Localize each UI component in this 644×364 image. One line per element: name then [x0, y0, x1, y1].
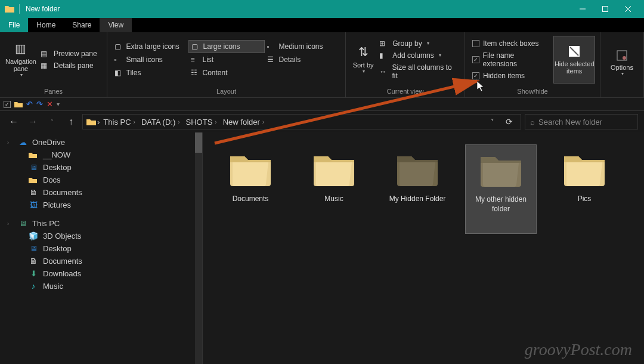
- refresh-button[interactable]: ⟳: [501, 117, 517, 127]
- thispc-icon: 🖥: [18, 219, 27, 228]
- desktop-icon: 🖥: [29, 244, 38, 253]
- layout-small-icons[interactable]: ▫Small icons: [112, 53, 188, 66]
- chevron-right-icon[interactable]: ›: [97, 118, 100, 127]
- chevron-down-icon: ▾: [621, 71, 624, 76]
- navigation-pane-button[interactable]: ▥ Navigation pane ▾: [5, 36, 37, 84]
- details-pane-button[interactable]: ▦Details pane: [37, 60, 103, 71]
- options-button[interactable]: Options ▾: [605, 39, 639, 87]
- up-button[interactable]: ↑: [63, 116, 79, 127]
- tree-pictures[interactable]: 🖼Pictures: [0, 199, 202, 211]
- scrollbar-thumb[interactable]: [195, 132, 202, 153]
- tree-now[interactable]: __NOW: [0, 149, 202, 161]
- tree-onedrive[interactable]: ›☁OneDrive: [0, 136, 202, 149]
- checkbox-icon: [472, 40, 479, 47]
- folder-icon: [86, 118, 96, 126]
- chevron-down-icon[interactable]: ▾: [57, 101, 60, 107]
- details-pane-icon: ▦: [41, 61, 50, 70]
- file-name-extensions-toggle[interactable]: File name extensions: [470, 51, 550, 69]
- ribbon-group-layout: ▢Extra large icons ▢Large icons ▫Medium …: [107, 32, 346, 97]
- svg-point-3: [623, 56, 626, 60]
- redo-icon[interactable]: ↷: [36, 100, 43, 109]
- layout-list[interactable]: ≡List: [188, 53, 265, 66]
- layout-tiles[interactable]: ◧Tiles: [112, 66, 188, 79]
- folder-label: Music: [324, 195, 343, 204]
- hidden-items-toggle[interactable]: Hidden items: [470, 71, 550, 81]
- tree-music[interactable]: ♪Music: [0, 280, 202, 292]
- item-check-boxes-toggle[interactable]: Item check boxes: [470, 39, 550, 48]
- addcols-icon: ▮: [379, 51, 389, 60]
- tree-documents[interactable]: 🗎Documents: [0, 186, 202, 199]
- layout-medium-icons[interactable]: ▫Medium icons: [265, 40, 341, 53]
- sizeall-icon: ↔: [379, 67, 388, 76]
- tree-downloads[interactable]: ⬇Downloads: [0, 267, 202, 280]
- maximize-button[interactable]: [594, 0, 617, 18]
- folder-icon[interactable]: [14, 101, 23, 108]
- folder-tile[interactable]: Music: [298, 144, 370, 234]
- folder-tile[interactable]: My Hidden Folder: [382, 144, 453, 234]
- layout-content[interactable]: ☷Content: [188, 66, 265, 79]
- forward-button[interactable]: →: [25, 116, 41, 127]
- tree-docs[interactable]: Docs: [0, 174, 202, 186]
- breadcrumb-new-folder[interactable]: New folder›: [221, 118, 267, 127]
- groupby-icon: ⊞: [379, 39, 389, 48]
- layout-large-icons[interactable]: ▢Large icons: [188, 40, 265, 53]
- undo-icon[interactable]: ↶: [26, 100, 33, 109]
- navigation-bar: ← → ˅ ↑ › This PC› DATA (D:)› SHOTS› New…: [0, 111, 644, 132]
- sort-by-button[interactable]: ⇅ Sort by ▾: [351, 36, 376, 84]
- add-columns-button[interactable]: ▮Add columns▾: [376, 50, 460, 61]
- folder-tile[interactable]: My other hidden folder: [465, 144, 537, 234]
- music-icon: ♪: [29, 282, 38, 291]
- navigation-tree[interactable]: ›☁OneDrive __NOW 🖥Desktop Docs 🗎Document…: [0, 132, 203, 364]
- minimize-button[interactable]: [571, 0, 594, 18]
- tree-this-pc[interactable]: ›🖥This PC: [0, 217, 202, 230]
- address-dropdown-button[interactable]: ˅: [485, 118, 500, 126]
- current-view-group-label: Current view: [346, 87, 465, 97]
- layout-extra-large-icons[interactable]: ▢Extra large icons: [112, 40, 188, 53]
- tree-documents2[interactable]: 🗎Documents: [0, 255, 202, 267]
- group-by-button[interactable]: ⊞Group by▾: [376, 38, 460, 49]
- folder-tile[interactable]: Documents: [215, 144, 286, 234]
- desktop-icon: 🖥: [29, 163, 38, 172]
- navigation-pane-icon: ▥: [15, 41, 26, 55]
- size-all-columns-button[interactable]: ↔Size all columns to fit: [376, 62, 460, 81]
- tab-file[interactable]: File: [0, 18, 28, 32]
- folder-label: My Hidden Folder: [389, 195, 446, 204]
- folder-content[interactable]: Documents Music My Hidden Folder My othe…: [203, 132, 644, 364]
- recent-locations-button[interactable]: ˅: [44, 119, 60, 125]
- titlebar: New folder: [0, 0, 644, 18]
- tab-home[interactable]: Home: [28, 18, 64, 32]
- tab-bar: File Home Share View: [0, 18, 644, 32]
- breadcrumb-data-d[interactable]: DATA (D:)›: [139, 118, 182, 127]
- checkbox-icon[interactable]: ✓: [4, 101, 11, 108]
- tab-view[interactable]: View: [100, 18, 132, 32]
- close-button[interactable]: [617, 0, 639, 18]
- tab-share[interactable]: Share: [64, 18, 100, 32]
- address-bar[interactable]: › This PC› DATA (D:)› SHOTS› New folder›…: [82, 114, 521, 129]
- sort-icon: ⇅: [358, 45, 369, 59]
- onedrive-icon: ☁: [18, 138, 27, 147]
- tree-3d-objects[interactable]: 🧊3D Objects: [0, 230, 202, 242]
- chevron-down-icon: ▾: [363, 69, 365, 74]
- options-icon: [616, 50, 628, 61]
- tree-desktop[interactable]: 🖥Desktop: [0, 161, 202, 174]
- main-area: ›☁OneDrive __NOW 🖥Desktop Docs 🗎Document…: [0, 132, 644, 364]
- ribbon: ▥ Navigation pane ▾ ▤Preview pane ▦Detai…: [0, 32, 644, 98]
- ribbon-group-panes: ▥ Navigation pane ▾ ▤Preview pane ▦Detai…: [0, 32, 107, 97]
- search-box[interactable]: ⌕ Search New folder: [525, 114, 638, 129]
- layout-details[interactable]: ☰Details: [265, 53, 341, 66]
- preview-pane-button[interactable]: ▤Preview pane: [37, 48, 103, 59]
- downloads-icon: ⬇: [29, 269, 38, 278]
- tree-desktop2[interactable]: 🖥Desktop: [0, 242, 202, 255]
- preview-pane-icon: ▤: [41, 50, 50, 58]
- folder-tile[interactable]: Pics: [549, 144, 620, 234]
- folder-icon: [29, 177, 38, 184]
- breadcrumb-this-pc[interactable]: This PC›: [101, 118, 138, 127]
- panes-group-label: Panes: [0, 87, 107, 97]
- documents-icon: 🗎: [29, 257, 38, 266]
- hide-selected-items-button[interactable]: Hide selected items: [553, 36, 595, 84]
- breadcrumb-shots[interactable]: SHOTS›: [184, 118, 219, 127]
- layout-group-label: Layout: [107, 87, 345, 97]
- back-button[interactable]: ←: [6, 116, 21, 127]
- folder-label: My other hidden folder: [466, 195, 536, 214]
- delete-icon[interactable]: ✕: [47, 100, 53, 109]
